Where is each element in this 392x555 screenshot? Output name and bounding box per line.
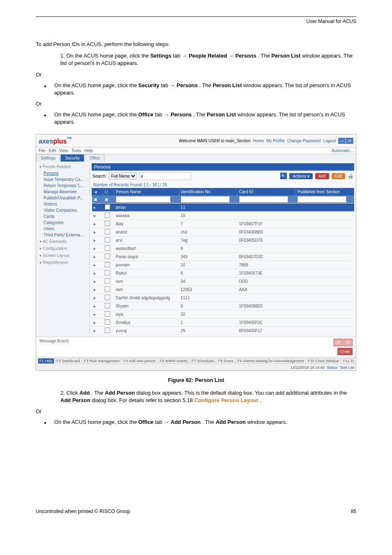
- table-row[interactable]: ▸aaaaaa15: [92, 211, 354, 220]
- expand-icon[interactable]: ▸: [94, 205, 96, 210]
- expand-icon[interactable]: ▸: [94, 213, 96, 218]
- fkey-f4[interactable]: F4 Add new person: [122, 358, 157, 364]
- sidebar-item-third-party[interactable]: Third Party/ Externa...: [36, 232, 90, 238]
- tab-security[interactable]: Security: [60, 154, 84, 162]
- fkey-f6[interactable]: F6 WWW events: [158, 358, 189, 364]
- my-profile-link[interactable]: My Profile: [266, 139, 284, 143]
- filter-icon[interactable]: ▣: [105, 197, 108, 201]
- fkey-f3[interactable]: F3 Rule management: [83, 358, 122, 364]
- close-icon[interactable]: ✕: [346, 138, 353, 144]
- task-list-link[interactable]: Task List: [340, 365, 354, 370]
- tab-settings[interactable]: Settings: [36, 154, 60, 162]
- filter-name-input[interactable]: [116, 196, 171, 203]
- menu-file[interactable]: File: [39, 148, 45, 153]
- row-checkbox[interactable]: [105, 213, 110, 218]
- expand-icon[interactable]: ▸: [94, 312, 96, 317]
- search-field-select[interactable]: Full Name: [109, 172, 137, 180]
- table-row[interactable]: ▸siya32: [92, 310, 354, 318]
- sidebar-item-issue-temp[interactable]: Issue Temporary Ca...: [36, 176, 90, 183]
- table-row[interactable]: ▸Ajay71F03407F1F: [92, 220, 354, 228]
- col-card-id[interactable]: Card ID: [238, 188, 296, 195]
- filter-id-input[interactable]: [181, 196, 230, 203]
- tab-office[interactable]: Office: [85, 154, 104, 162]
- row-checkbox[interactable]: [105, 254, 110, 259]
- sidebar-item-visitor-companies[interactable]: Visitor Companies: [36, 207, 90, 213]
- sidebar-group-people[interactable]: ▾ People Related: [36, 163, 90, 170]
- fkey-f8[interactable]: F8 Doors: [217, 358, 235, 364]
- change-password-link[interactable]: Change Password: [287, 139, 321, 143]
- row-checkbox[interactable]: [105, 287, 110, 292]
- sidebar-item-manage-absentee[interactable]: Manage Absentee: [36, 189, 90, 195]
- table-row[interactable]: ▸pooram107868: [92, 261, 354, 269]
- expand-icon[interactable]: ▸: [94, 263, 96, 267]
- expand-icon[interactable]: ▸: [94, 279, 96, 284]
- actions-button[interactable]: Actions ▾: [289, 173, 313, 179]
- row-checkbox[interactable]: [105, 303, 110, 308]
- row-checkbox[interactable]: [105, 319, 110, 325]
- fkey-f9[interactable]: F9 Alarms Waiting for Acknowledgement: [236, 358, 305, 364]
- row-checkbox[interactable]: [105, 311, 110, 317]
- sidebar-group-ac[interactable]: ▾ AC Elements: [36, 238, 90, 245]
- search-input[interactable]: [139, 172, 191, 180]
- row-checkbox[interactable]: [105, 328, 110, 333]
- fkey-f1[interactable]: F1 Help: [38, 358, 54, 364]
- config-person-layout-link[interactable]: Configure Person Layout: [194, 397, 258, 403]
- expand-icon[interactable]: ▸: [94, 238, 96, 243]
- sidebar-group-layout[interactable]: ▾ Screen Layout: [36, 252, 90, 259]
- row-checkbox[interactable]: [105, 237, 110, 243]
- table-row[interactable]: ▸aman11: [92, 203, 354, 211]
- table-row[interactable]: ▸Smallya11F03405F0C: [92, 318, 354, 326]
- col-select[interactable]: ☐: [103, 188, 114, 195]
- expand-icon[interactable]: ▸: [94, 328, 96, 333]
- expand-icon[interactable]: ▸: [94, 222, 96, 226]
- table-row[interactable]: ▸Rahul81F0340573E: [92, 269, 354, 277]
- filter-card-input[interactable]: [239, 196, 288, 203]
- fkey-f7[interactable]: F7 Schedules: [190, 358, 216, 364]
- sidebar-item-users[interactable]: Users: [36, 226, 90, 232]
- row-checkbox[interactable]: [105, 270, 110, 275]
- col-person-name[interactable]: Person Name: [114, 188, 179, 195]
- filter-icon[interactable]: ▣: [94, 197, 97, 201]
- table-row[interactable]: ▸arvi7eg0F03405D76: [92, 236, 354, 244]
- filter-pub-input[interactable]: [297, 196, 347, 203]
- table-row[interactable]: ▸anandchd0F03406BB0: [92, 228, 354, 236]
- col-expand[interactable]: ◄: [92, 188, 103, 195]
- edit-button[interactable]: Edit: [332, 173, 345, 179]
- menu-view[interactable]: View: [59, 148, 68, 153]
- expand-icon[interactable]: ▸: [94, 230, 96, 234]
- menu-tools[interactable]: Tools: [71, 148, 81, 153]
- table-row[interactable]: ▸Shyam61F034066E6: [92, 302, 354, 310]
- expand-icon[interactable]: ▸: [94, 254, 96, 259]
- logout-link[interactable]: Logout: [323, 139, 336, 143]
- print-icon[interactable]: 🖨: [348, 173, 353, 179]
- table-row[interactable]: ▸Sachin Jindal sdgdsgsdggsdg1111: [92, 294, 354, 302]
- add-button[interactable]: Add: [315, 173, 329, 179]
- expand-icon[interactable]: ▸: [94, 296, 96, 300]
- expand-icon[interactable]: ▸: [94, 287, 96, 292]
- sidebar-item-visitors[interactable]: Visitors: [36, 201, 90, 207]
- status-text[interactable]: Status: [327, 365, 337, 370]
- menu-edit[interactable]: Edit: [48, 148, 55, 153]
- row-checkbox[interactable]: [105, 204, 110, 210]
- row-checkbox[interactable]: [105, 278, 110, 284]
- fkey-f2[interactable]: F2 Dashboard: [55, 358, 82, 364]
- table-row[interactable]: ▸Paras dogra3430F03407D3C: [92, 252, 354, 261]
- expand-icon[interactable]: ▸: [94, 320, 96, 325]
- sidebar-item-return-temp[interactable]: Return Temporary C...: [36, 183, 90, 189]
- status-icon-2[interactable]: ✕: [344, 339, 353, 346]
- table-row[interactable]: ▸asdasdfasf9: [92, 244, 354, 252]
- sidebar-item-publish[interactable]: Publish/Unpublish P...: [36, 195, 90, 201]
- row-checkbox[interactable]: [105, 229, 110, 234]
- row-checkbox[interactable]: [105, 295, 110, 300]
- sidebar-group-config[interactable]: ▾ Configuration: [36, 245, 90, 252]
- table-row[interactable]: ▸ram12353AAA: [92, 285, 354, 294]
- col-id-no[interactable]: Identification No.: [179, 188, 238, 195]
- expand-icon[interactable]: ▸: [94, 246, 96, 251]
- search-icon[interactable]: 🔍: [280, 173, 287, 179]
- automatic-link[interactable]: Automatic...: [332, 148, 353, 153]
- sidebar-item-persons[interactable]: Persons: [36, 170, 90, 176]
- sidebar-item-categories[interactable]: Categories: [36, 220, 90, 226]
- col-pub-section[interactable]: Published from Section: [296, 188, 354, 195]
- row-checkbox[interactable]: [105, 245, 110, 251]
- sidebar-item-cards[interactable]: Cards: [36, 213, 90, 220]
